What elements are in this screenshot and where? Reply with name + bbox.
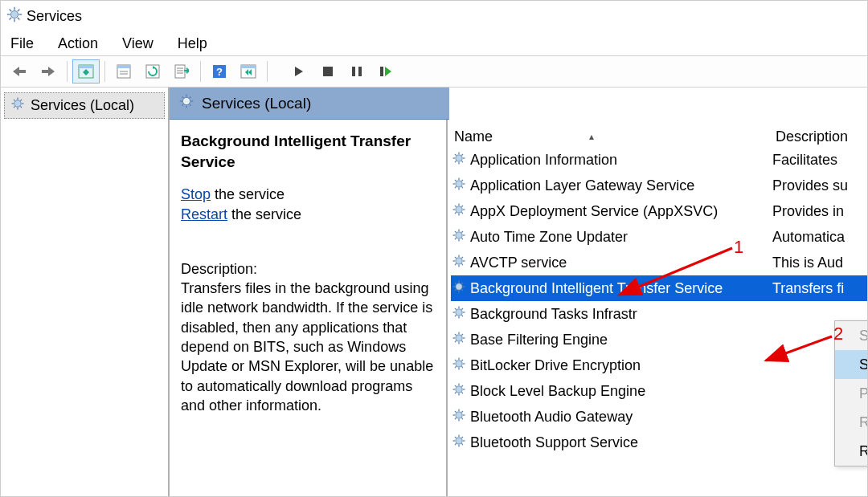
svg-line-38 [20, 100, 22, 101]
svg-line-143 [455, 411, 457, 413]
service-row[interactable]: Background Tasks Infrastr [451, 301, 867, 327]
service-icon [451, 433, 467, 453]
svg-rect-12 [79, 65, 93, 68]
result-pane-title: Services (Local) [202, 95, 311, 112]
svg-point-57 [456, 180, 462, 186]
detail-pane: Background Intelligent Transfer Service … [170, 120, 448, 496]
service-row[interactable]: AppX Deployment Service (AppXSVC)Provide… [451, 198, 867, 224]
svg-line-47 [190, 97, 191, 99]
services-icon [10, 96, 26, 116]
svg-line-127 [455, 366, 457, 368]
description-label: Description: [181, 259, 435, 279]
start-service-button[interactable] [285, 59, 313, 84]
service-row[interactable]: Application InformationFacilitates [451, 147, 867, 173]
svg-line-65 [461, 180, 463, 181]
svg-line-109 [455, 315, 457, 316]
svg-line-126 [461, 366, 463, 368]
column-header-description[interactable]: Description [776, 128, 861, 145]
service-row[interactable]: Block Level Backup Engine [451, 378, 867, 404]
service-icon [451, 381, 467, 401]
svg-point-147 [456, 437, 462, 443]
sort-asc-icon: ▴ [589, 131, 594, 142]
svg-line-92 [461, 257, 463, 259]
restart-suffix: the service [227, 206, 301, 222]
svg-point-129 [456, 385, 462, 392]
service-name: Base Filtering Engine [470, 332, 608, 348]
separator [67, 61, 68, 82]
svg-point-84 [456, 257, 462, 263]
svg-rect-28 [358, 67, 362, 76]
svg-line-107 [455, 308, 457, 310]
svg-line-8 [18, 10, 20, 12]
svg-line-144 [461, 418, 463, 419]
service-row[interactable]: Base Filtering Engine [451, 327, 867, 352]
services-icon [6, 6, 23, 26]
menu-view[interactable]: View [119, 34, 157, 54]
svg-rect-14 [117, 65, 130, 68]
service-row[interactable]: Bluetooth Support Service [451, 430, 867, 455]
window-title: Services [27, 8, 82, 25]
column-header-name[interactable]: Name ▴ [454, 128, 776, 145]
properties-button[interactable] [110, 59, 137, 84]
svg-line-82 [455, 238, 457, 239]
export-list-button[interactable] [168, 59, 195, 84]
menu-help[interactable]: Help [174, 34, 211, 54]
svg-line-62 [455, 180, 457, 181]
menu-file[interactable]: File [7, 34, 37, 54]
svg-line-119 [461, 334, 463, 336]
show-hide-tree-button[interactable] [72, 59, 100, 84]
titlebar: Services [1, 1, 867, 31]
svg-line-137 [461, 385, 463, 387]
service-icon [451, 227, 467, 247]
service-row[interactable]: Background Intelligent Transfer ServiceT… [451, 275, 867, 301]
show-hide-action-pane-button[interactable] [235, 59, 262, 84]
back-button[interactable] [6, 59, 33, 84]
svg-line-154 [455, 443, 457, 445]
stop-service-button[interactable] [314, 59, 342, 84]
svg-line-90 [461, 263, 463, 265]
service-row[interactable]: Bluetooth Audio Gateway [451, 404, 867, 430]
service-description: Provides su [772, 177, 867, 194]
context-menu: Start Stop Pause Resume Restart [834, 320, 868, 466]
result-pane: Services (Local) Background Intelligent … [170, 88, 867, 496]
menubar: File Action View Help [1, 31, 867, 55]
svg-rect-26 [323, 67, 333, 76]
svg-line-153 [461, 443, 463, 445]
service-icon [451, 304, 467, 324]
ctx-stop[interactable]: Stop [835, 350, 868, 379]
svg-line-54 [461, 161, 463, 162]
svg-line-117 [461, 340, 463, 342]
svg-point-48 [456, 154, 462, 161]
svg-rect-25 [241, 65, 256, 68]
separator [267, 61, 268, 82]
service-name: AppX Deployment Service (AppXSVC) [470, 203, 718, 220]
restart-service-button[interactable] [372, 59, 399, 84]
service-row[interactable]: BitLocker Drive Encryption [451, 352, 867, 378]
refresh-button[interactable] [139, 59, 166, 84]
menu-action[interactable]: Action [55, 34, 101, 54]
services-mmc-window: Services File Action View Help ? [0, 0, 868, 497]
svg-point-66 [456, 206, 462, 212]
help-button[interactable]: ? [206, 59, 233, 84]
svg-point-138 [456, 411, 462, 418]
svg-line-74 [461, 206, 463, 207]
list-body: Application InformationFacilitates Appli… [448, 145, 867, 455]
service-icon [451, 176, 467, 196]
svg-line-98 [455, 283, 457, 284]
svg-line-128 [461, 360, 463, 361]
pause-service-button[interactable] [343, 59, 371, 84]
service-row[interactable]: Application Layer Gateway ServiceProvide… [451, 173, 867, 198]
tree-item-services-local[interactable]: Services (Local) [4, 92, 165, 119]
toolbar: ? [1, 55, 867, 88]
ctx-restart[interactable]: Restart [835, 437, 868, 466]
service-row[interactable]: AVCTP serviceThis is Aud [451, 250, 867, 275]
svg-point-0 [10, 10, 18, 18]
svg-line-55 [455, 161, 457, 162]
service-description: Transfers fi [772, 280, 867, 297]
stop-service-link[interactable]: Stop [181, 186, 211, 202]
body: Services (Local) Services (Local) Backgr… [1, 88, 867, 496]
forward-button[interactable] [35, 59, 62, 84]
restart-service-link[interactable]: Restart [181, 206, 227, 222]
svg-rect-10 [42, 70, 50, 73]
service-row[interactable]: Auto Time Zone UpdaterAutomatica [451, 224, 867, 250]
